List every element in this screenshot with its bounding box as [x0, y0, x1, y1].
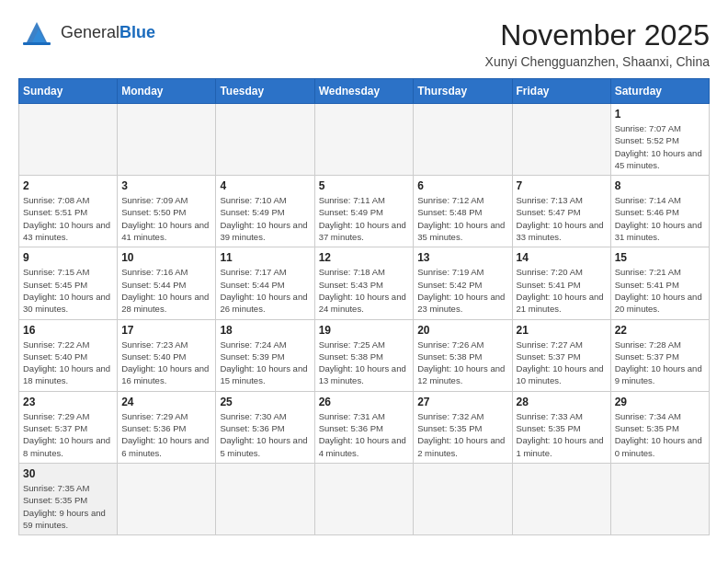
day-info: Sunrise: 7:18 AM Sunset: 5:43 PM Dayligh… — [319, 266, 410, 315]
calendar-cell — [118, 104, 216, 176]
day-info: Sunrise: 7:17 AM Sunset: 5:44 PM Dayligh… — [220, 266, 310, 315]
day-info: Sunrise: 7:07 AM Sunset: 5:52 PM Dayligh… — [615, 122, 705, 171]
day-number: 24 — [121, 396, 211, 408]
day-info: Sunrise: 7:08 AM Sunset: 5:51 PM Dayligh… — [23, 194, 113, 243]
day-number: 23 — [23, 396, 113, 408]
day-number: 29 — [615, 396, 705, 408]
calendar-cell: 9Sunrise: 7:15 AM Sunset: 5:45 PM Daylig… — [19, 247, 118, 319]
day-info: Sunrise: 7:35 AM Sunset: 5:35 PM Dayligh… — [23, 482, 113, 531]
calendar-cell: 20Sunrise: 7:26 AM Sunset: 5:38 PM Dayli… — [414, 319, 512, 391]
day-number: 7 — [517, 179, 607, 192]
calendar-cell — [216, 104, 314, 176]
day-number: 18 — [220, 324, 310, 337]
calendar-cell — [414, 104, 512, 176]
day-info: Sunrise: 7:21 AM Sunset: 5:41 PM Dayligh… — [615, 266, 705, 315]
calendar-cell: 21Sunrise: 7:27 AM Sunset: 5:37 PM Dayli… — [512, 319, 610, 391]
page-header: GeneralBlue November 2025 Xunyi Chenggua… — [18, 18, 710, 69]
day-info: Sunrise: 7:23 AM Sunset: 5:40 PM Dayligh… — [121, 339, 211, 387]
calendar-cell: 26Sunrise: 7:31 AM Sunset: 5:36 PM Dayli… — [314, 391, 414, 463]
day-info: Sunrise: 7:25 AM Sunset: 5:38 PM Dayligh… — [319, 339, 410, 387]
day-info: Sunrise: 7:32 AM Sunset: 5:35 PM Dayligh… — [417, 410, 507, 459]
calendar-cell: 4Sunrise: 7:10 AM Sunset: 5:49 PM Daylig… — [216, 176, 314, 247]
day-info: Sunrise: 7:15 AM Sunset: 5:45 PM Dayligh… — [23, 266, 113, 315]
day-info: Sunrise: 7:29 AM Sunset: 5:36 PM Dayligh… — [121, 410, 211, 459]
day-number: 6 — [417, 179, 507, 192]
calendar-cell: 1Sunrise: 7:07 AM Sunset: 5:52 PM Daylig… — [610, 104, 709, 176]
day-header-monday: Monday — [118, 79, 216, 104]
calendar-cell: 23Sunrise: 7:29 AM Sunset: 5:37 PM Dayli… — [19, 391, 118, 463]
calendar-cell: 24Sunrise: 7:29 AM Sunset: 5:36 PM Dayli… — [118, 391, 216, 463]
day-header-tuesday: Tuesday — [216, 79, 314, 104]
calendar-cell: 30Sunrise: 7:35 AM Sunset: 5:35 PM Dayli… — [19, 463, 118, 534]
day-number: 5 — [319, 179, 410, 192]
day-info: Sunrise: 7:33 AM Sunset: 5:35 PM Dayligh… — [517, 410, 607, 459]
day-number: 9 — [23, 251, 113, 264]
day-info: Sunrise: 7:10 AM Sunset: 5:49 PM Dayligh… — [220, 194, 310, 243]
calendar-cell: 17Sunrise: 7:23 AM Sunset: 5:40 PM Dayli… — [118, 319, 216, 391]
day-number: 21 — [517, 324, 607, 337]
day-info: Sunrise: 7:28 AM Sunset: 5:37 PM Dayligh… — [615, 339, 705, 387]
calendar-cell — [314, 104, 414, 176]
calendar-cell: 14Sunrise: 7:20 AM Sunset: 5:41 PM Dayli… — [512, 247, 610, 319]
day-info: Sunrise: 7:20 AM Sunset: 5:41 PM Dayligh… — [517, 266, 607, 315]
day-info: Sunrise: 7:19 AM Sunset: 5:42 PM Dayligh… — [417, 266, 507, 315]
day-number: 13 — [417, 251, 507, 264]
day-info: Sunrise: 7:30 AM Sunset: 5:36 PM Dayligh… — [220, 410, 310, 459]
day-number: 4 — [220, 179, 310, 192]
calendar-cell: 5Sunrise: 7:11 AM Sunset: 5:49 PM Daylig… — [314, 176, 414, 247]
calendar-cell: 25Sunrise: 7:30 AM Sunset: 5:36 PM Dayli… — [216, 391, 314, 463]
calendar-cell: 22Sunrise: 7:28 AM Sunset: 5:37 PM Dayli… — [610, 319, 709, 391]
day-number: 25 — [220, 396, 310, 408]
logo: GeneralBlue — [18, 18, 155, 48]
svg-rect-2 — [23, 42, 51, 45]
calendar-cell: 7Sunrise: 7:13 AM Sunset: 5:47 PM Daylig… — [512, 176, 610, 247]
day-info: Sunrise: 7:14 AM Sunset: 5:46 PM Dayligh… — [615, 194, 705, 243]
day-number: 3 — [121, 179, 211, 192]
day-number: 20 — [417, 324, 507, 337]
calendar-cell — [414, 463, 512, 534]
calendar-week-row: 30Sunrise: 7:35 AM Sunset: 5:35 PM Dayli… — [19, 463, 710, 534]
calendar-cell: 28Sunrise: 7:33 AM Sunset: 5:35 PM Dayli… — [512, 391, 610, 463]
calendar-table: SundayMondayTuesdayWednesdayThursdayFrid… — [18, 78, 710, 535]
day-number: 16 — [23, 324, 113, 337]
day-info: Sunrise: 7:34 AM Sunset: 5:35 PM Dayligh… — [615, 410, 705, 459]
day-info: Sunrise: 7:24 AM Sunset: 5:39 PM Dayligh… — [220, 339, 310, 387]
calendar-cell: 16Sunrise: 7:22 AM Sunset: 5:40 PM Dayli… — [19, 319, 118, 391]
day-header-friday: Friday — [512, 79, 610, 104]
calendar-week-row: 9Sunrise: 7:15 AM Sunset: 5:45 PM Daylig… — [19, 247, 710, 319]
day-number: 11 — [220, 251, 310, 264]
day-number: 8 — [615, 179, 705, 192]
calendar-week-row: 2Sunrise: 7:08 AM Sunset: 5:51 PM Daylig… — [19, 176, 710, 247]
logo-text: GeneralBlue — [61, 24, 155, 42]
day-number: 27 — [417, 396, 507, 408]
day-number: 2 — [23, 179, 113, 192]
calendar-cell: 18Sunrise: 7:24 AM Sunset: 5:39 PM Dayli… — [216, 319, 314, 391]
calendar-cell — [216, 463, 314, 534]
day-number: 19 — [319, 324, 410, 337]
calendar-header-row: SundayMondayTuesdayWednesdayThursdayFrid… — [19, 79, 710, 104]
calendar-cell: 2Sunrise: 7:08 AM Sunset: 5:51 PM Daylig… — [19, 176, 118, 247]
calendar-cell: 29Sunrise: 7:34 AM Sunset: 5:35 PM Dayli… — [610, 391, 709, 463]
month-title: November 2025 — [485, 18, 710, 52]
calendar-cell — [512, 104, 610, 176]
day-number: 26 — [319, 396, 410, 408]
day-info: Sunrise: 7:12 AM Sunset: 5:48 PM Dayligh… — [417, 194, 507, 243]
calendar-cell — [314, 463, 414, 534]
calendar-cell — [19, 104, 118, 176]
calendar-cell: 8Sunrise: 7:14 AM Sunset: 5:46 PM Daylig… — [610, 176, 709, 247]
day-number: 28 — [517, 396, 607, 408]
day-info: Sunrise: 7:26 AM Sunset: 5:38 PM Dayligh… — [417, 339, 507, 387]
day-info: Sunrise: 7:22 AM Sunset: 5:40 PM Dayligh… — [23, 339, 113, 387]
day-number: 12 — [319, 251, 410, 264]
day-info: Sunrise: 7:27 AM Sunset: 5:37 PM Dayligh… — [517, 339, 607, 387]
calendar-cell: 13Sunrise: 7:19 AM Sunset: 5:42 PM Dayli… — [414, 247, 512, 319]
calendar-cell: 27Sunrise: 7:32 AM Sunset: 5:35 PM Dayli… — [414, 391, 512, 463]
calendar-cell — [512, 463, 610, 534]
day-number: 14 — [517, 251, 607, 264]
calendar-cell: 12Sunrise: 7:18 AM Sunset: 5:43 PM Dayli… — [314, 247, 414, 319]
calendar-cell: 15Sunrise: 7:21 AM Sunset: 5:41 PM Dayli… — [610, 247, 709, 319]
calendar-cell: 19Sunrise: 7:25 AM Sunset: 5:38 PM Dayli… — [314, 319, 414, 391]
day-number: 10 — [121, 251, 211, 264]
calendar-cell: 3Sunrise: 7:09 AM Sunset: 5:50 PM Daylig… — [118, 176, 216, 247]
calendar-cell — [118, 463, 216, 534]
